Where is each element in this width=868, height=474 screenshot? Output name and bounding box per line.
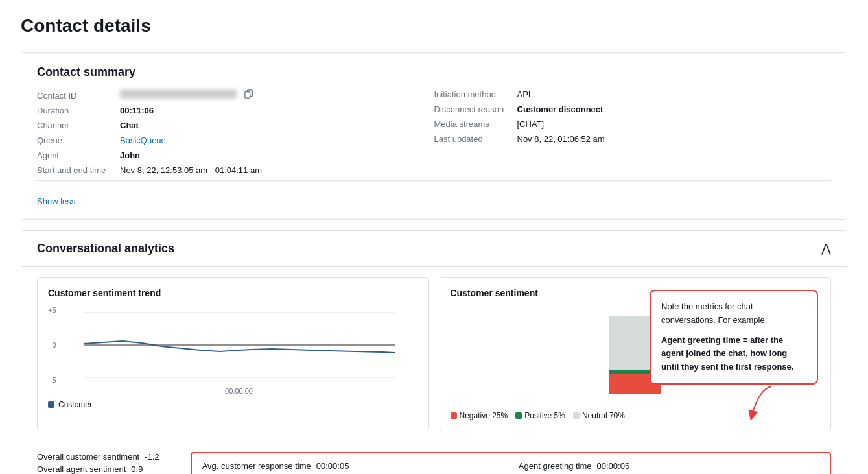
- contact-summary-card: Contact summary Contact ID Duration 00:1…: [21, 52, 847, 220]
- sentiment-trend-chart: Customer sentiment trend +5 0 -5: [37, 277, 429, 431]
- analytics-header: Conversational analytics ⋀: [21, 231, 847, 267]
- agent-greeting-row: Agent greeting time 00:00:06: [519, 461, 819, 471]
- label-time: Start and end time: [37, 165, 115, 175]
- divider: [37, 180, 831, 181]
- label-disconnect: Disconnect reason: [434, 104, 512, 114]
- summary-row-agent: Agent John: [37, 150, 434, 160]
- overall-agent-value: 0.9: [131, 464, 143, 474]
- page-title: Contact details: [21, 16, 847, 36]
- svg-rect-1: [245, 92, 250, 99]
- agent-greeting-label: Agent greeting time: [519, 461, 592, 471]
- avg-customer-response-row: Avg. customer response time 00:00:05: [202, 461, 503, 471]
- summary-row-contact-id: Contact ID: [37, 89, 434, 101]
- metrics-timed-col-right: Agent greeting time 00:00:06 Avg. agent …: [519, 461, 819, 474]
- avg-customer-response-label: Avg. customer response time: [202, 461, 311, 471]
- legend-sq-negative: [451, 412, 457, 419]
- collapse-icon[interactable]: ⋀: [821, 241, 831, 255]
- conversational-analytics-section: Conversational analytics ⋀ Customer sent…: [21, 230, 847, 474]
- label-contact-id: Contact ID: [37, 91, 115, 101]
- overall-customer-row: Overall customer sentiment -1.2: [37, 452, 159, 462]
- legend-sq-positive: [515, 412, 522, 419]
- y-label-top: +5: [48, 306, 56, 314]
- legend-negative: Negative 25%: [451, 411, 508, 420]
- summary-row-duration: Duration 00:11:06: [37, 106, 434, 115]
- overall-customer-value: -1.2: [145, 452, 159, 462]
- contact-summary-title: Contact summary: [37, 65, 831, 79]
- legend-neutral: Neutral 70%: [573, 411, 625, 420]
- annotation-box: Note the metrics for chat conversations.…: [650, 290, 818, 385]
- overall-agent-row: Overall agent sentiment 0.9: [37, 464, 159, 474]
- overall-agent-label: Overall agent sentiment: [37, 464, 126, 474]
- summary-row-updated: Last updated Nov 8, 22, 01:06:52 am: [434, 134, 832, 144]
- analytics-title: Conversational analytics: [37, 242, 174, 255]
- metrics-overall: Overall customer sentiment -1.2 Overall …: [37, 452, 175, 474]
- annotation-arrow: [739, 383, 778, 422]
- sentiment-line-svg: [60, 306, 418, 384]
- label-media: Media streams: [434, 119, 512, 129]
- value-time: Nov 8, 22, 12:53:05 am - 01:04:11 am: [120, 165, 262, 175]
- y-label-bot: -5: [48, 376, 56, 384]
- metrics-timed: Avg. customer response time 00:00:05 Max…: [191, 452, 831, 474]
- legend-text-positive: Positive 5%: [524, 411, 565, 420]
- metrics-full-row: Overall customer sentiment -1.2 Overall …: [37, 442, 831, 474]
- summary-col-right: Initiation method API Disconnect reason …: [434, 89, 832, 175]
- value-initiation: API: [517, 89, 531, 99]
- summary-row-initiation: Initiation method API: [434, 89, 832, 99]
- contact-id-value: [120, 89, 237, 99]
- legend-positive: Positive 5%: [515, 411, 565, 420]
- overall-customer-label: Overall customer sentiment: [37, 452, 139, 462]
- label-duration: Duration: [37, 106, 115, 115]
- copy-icon[interactable]: [244, 89, 253, 101]
- value-updated: Nov 8, 22, 01:06:52 am: [517, 134, 605, 144]
- value-queue[interactable]: BasicQueue: [120, 136, 166, 145]
- legend-label-customer: Customer: [58, 400, 92, 409]
- summary-row-time: Start and end time Nov 8, 22, 12:53:05 a…: [37, 165, 434, 175]
- sentiment-legend: Customer: [48, 400, 418, 409]
- charts-and-annotation: Customer sentiment trend +5 0 -5: [37, 277, 831, 431]
- analytics-body: Customer sentiment trend +5 0 -5: [21, 267, 847, 474]
- summary-row-disconnect: Disconnect reason Customer disconnect: [434, 104, 832, 114]
- label-channel: Channel: [37, 121, 115, 130]
- value-channel: Chat: [120, 121, 139, 130]
- label-queue: Queue: [37, 136, 115, 145]
- summary-row-media: Media streams [CHAT]: [434, 119, 832, 129]
- value-disconnect: Customer disconnect: [517, 104, 604, 114]
- avg-customer-response-value: 00:00:05: [316, 461, 349, 471]
- x-label: 00:00:00: [60, 387, 418, 395]
- annotation-text-1: Note the metrics for chat conversations.…: [661, 300, 806, 327]
- legend-text-neutral: Neutral 70%: [582, 411, 625, 420]
- sentiment-trend-title: Customer sentiment trend: [48, 288, 418, 298]
- value-duration: 00:11:06: [120, 106, 154, 115]
- summary-row-queue: Queue BasicQueue: [37, 136, 434, 145]
- value-media: [CHAT]: [517, 119, 545, 129]
- label-initiation: Initiation method: [434, 89, 512, 99]
- legend-text-negative: Negative 25%: [460, 411, 508, 420]
- annotation-text-2: Agent greeting time = after the agent jo…: [661, 334, 806, 374]
- summary-col-left: Contact ID Duration 00:11:06 Channel Cha…: [37, 89, 434, 175]
- metrics-timed-col-left: Avg. customer response time 00:00:05 Max…: [202, 461, 503, 474]
- label-agent: Agent: [37, 150, 115, 160]
- y-label-mid: 0: [48, 341, 56, 349]
- agent-greeting-value: 00:00:06: [597, 461, 630, 471]
- summary-row-channel: Channel Chat: [37, 121, 434, 130]
- label-updated: Last updated: [434, 134, 512, 144]
- legend-dot-customer: [48, 401, 54, 408]
- summary-grid: Contact ID Duration 00:11:06 Channel Cha…: [37, 89, 831, 175]
- value-agent: John: [120, 150, 140, 160]
- show-less-link[interactable]: Show less: [37, 196, 75, 206]
- legend-sq-neutral: [573, 412, 580, 419]
